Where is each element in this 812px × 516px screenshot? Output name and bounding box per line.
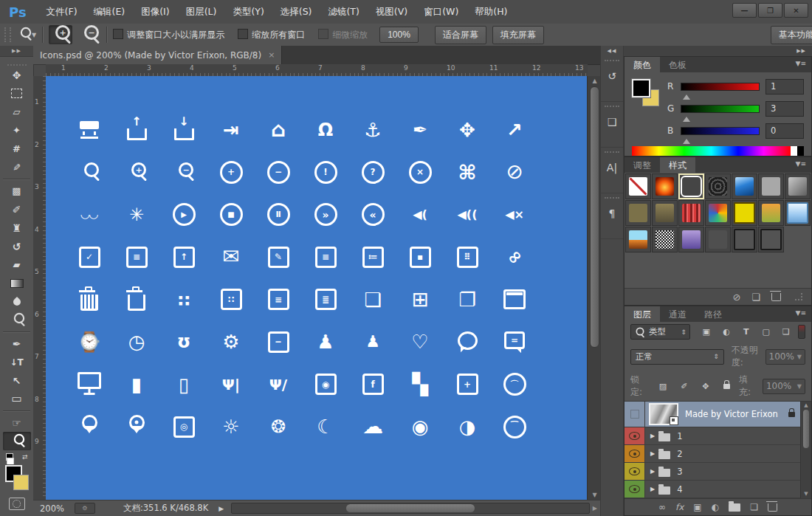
menu-layer[interactable]: 图层(L) [178,0,225,24]
style-multicolor[interactable] [705,200,731,226]
fit-screen-button[interactable]: 适合屏幕 [435,26,486,44]
filter-shape-button[interactable]: ▢ [759,326,774,338]
quick-mask-button[interactable] [9,498,25,510]
zoom-in-option[interactable]: + [49,25,72,44]
style-noise[interactable] [652,227,678,252]
crop-tool[interactable]: # [3,140,31,158]
tab-styles[interactable]: 样式 [660,157,695,173]
zoom-all-windows-checkbox[interactable]: 缩放所有窗口 [238,29,305,41]
slider-value-g[interactable]: 3 [765,101,804,117]
character-panel-button[interactable]: A| [601,148,623,193]
style-red-stripes[interactable] [678,200,704,226]
add-layer-mask-button[interactable]: ▣ [693,502,701,512]
visibility-toggle[interactable] [625,445,645,462]
panels-collapse-button[interactable]: ▶▶ [624,46,812,56]
history-panel-button[interactable]: ↺ [601,56,623,102]
default-colors-icon[interactable] [6,453,16,464]
spectrum-rainbow[interactable] [632,146,791,156]
blend-mode-select[interactable]: 正常 ⇕ [630,349,724,365]
scroll-right-icon[interactable]: ▶ [593,505,597,512]
healing-brush-tool[interactable]: ▩ [3,182,31,200]
menu-edit[interactable]: 编辑(E) [86,0,134,24]
tab-paths[interactable]: 路径 [695,306,731,322]
preset-dropdown-arrow[interactable]: ▼ [32,32,36,38]
scroll-up-icon[interactable]: ▲ [804,402,808,410]
gradient-tool[interactable] [3,274,31,292]
clone-stamp-tool[interactable]: ♜ [3,219,31,237]
slider-track-b[interactable] [681,127,760,135]
panel-menu-icon[interactable]: ▼≡ [791,57,811,72]
menu-file[interactable]: 文件(F) [38,0,86,24]
style-outline-2[interactable] [758,227,784,252]
swap-colors-icon[interactable]: ⇄ [22,453,28,464]
group-expand-icon[interactable]: ▶ [650,433,655,439]
canvas[interactable]: ↑↓⇥⌂Ω⚓✒✥↗+−+−!?×⌘⊘◡◡✳▶■Ⅱ»«◀(◀((◀×✓≡↑✉✎≡≔… [46,76,588,500]
fill-screen-button[interactable]: 填充屏幕 [492,26,544,44]
panel-menu-icon[interactable]: ▼≡ [791,306,811,322]
vertical-scroll-thumb[interactable] [590,86,599,348]
checkbox-icon[interactable] [238,29,248,39]
resize-windows-checkbox[interactable]: 调整窗口大小以满屏显示 [113,29,224,41]
delete-layer-button[interactable] [768,500,777,514]
visibility-toggle[interactable] [625,463,645,480]
type-tool[interactable]: ↓T [3,353,31,371]
tab-channels[interactable]: 通道 [660,306,695,322]
color-spectrum[interactable] [632,146,804,156]
background-color-swatch[interactable] [13,475,29,490]
add-adjustment-button[interactable]: ◐ [712,502,719,512]
filter-type-button[interactable]: T [739,326,754,338]
document-tab[interactable]: Icons.psd @ 200% (Made by Victor Erixon,… [33,46,282,64]
scroll-down-icon[interactable]: ▼ [592,490,596,500]
layer-made-by-victor-erixon[interactable]: Made by Victor Erixon [625,402,811,427]
marquee-tool[interactable] [3,84,31,103]
dropdown-icon[interactable]: ▼ [797,354,802,360]
foreground-color-well[interactable] [632,79,650,97]
vertical-scrollbar[interactable]: ▲ ▼ [587,76,602,500]
delete-style-button[interactable] [771,290,781,303]
layers-scroll-thumb[interactable] [803,410,809,448]
style-dark-gray[interactable] [705,227,731,252]
slider-track-r[interactable] [681,83,760,91]
toolbar-collapse-button[interactable]: ▶▶ [0,46,33,57]
visibility-toggle[interactable] [625,427,645,444]
tab-layers[interactable]: 图层 [625,306,660,322]
panel-resize-grip[interactable] [795,293,802,300]
horizontal-ruler[interactable]: 12345678910111213 [46,64,588,77]
tab-adjustments[interactable]: 调整 [625,157,660,173]
slider-value-r[interactable]: 1 [765,79,804,94]
layer-style-fx-button[interactable]: fx [675,502,684,512]
menu-image[interactable]: 图像(I) [133,0,177,24]
minimize-button[interactable]: — [732,3,757,18]
tab-color[interactable]: 颜色 [625,57,660,72]
menu-window[interactable]: 窗口(W) [416,0,467,24]
opacity-input[interactable]: 100% ▼ [765,349,805,365]
panel-menu-icon[interactable]: ▼≡ [791,157,811,173]
new-layer-button[interactable]: ❏ [750,502,758,512]
eyedropper-tool[interactable]: ✎ [3,158,31,176]
close-button[interactable]: ✕ [784,3,808,18]
status-flyout-arrow[interactable]: ▶ [219,505,224,512]
menu-view[interactable]: 视图(V) [368,0,416,24]
tab-swatches[interactable]: 色板 [660,57,695,72]
slider-thumb[interactable] [683,91,690,100]
style-blue-bevel[interactable] [785,200,811,226]
status-zoom-value[interactable]: 200% [40,503,64,514]
scroll-up-icon[interactable]: ▲ [592,76,596,86]
style-purple[interactable] [678,227,704,252]
pen-tool[interactable]: ✒ [3,334,31,353]
style-yellow[interactable] [732,200,757,226]
style-gray[interactable] [758,173,784,199]
dock-collapse-button[interactable]: ◀◀ [601,46,623,56]
slider-thumb[interactable] [683,113,690,122]
layers-scrollbar[interactable]: ▲ ▼ [800,402,811,498]
eraser-tool[interactable]: ▰ [3,255,31,274]
history-brush-tool[interactable]: ↺ [3,237,31,255]
slider-thumb[interactable] [683,135,690,144]
maximize-button[interactable]: ❐ [758,3,782,18]
zoom-tool-preset[interactable]: ▼ [18,30,36,40]
horizontal-scroll-thumb[interactable] [346,504,475,512]
clear-style-button[interactable]: ⊘ [732,292,740,303]
zoom-100-button[interactable]: 100% [379,27,419,43]
spectrum-white[interactable] [791,146,797,156]
style-gray-gradient[interactable] [785,173,811,199]
